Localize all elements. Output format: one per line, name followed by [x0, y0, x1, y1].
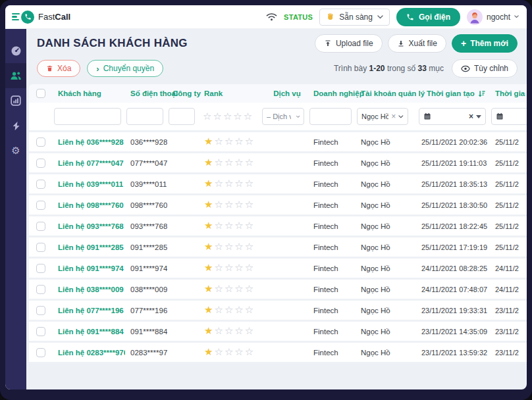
- sidebar-item-campaigns[interactable]: [5, 113, 26, 138]
- transfer-rights-button[interactable]: › Chuyển quyền: [87, 60, 163, 77]
- star-icon[interactable]: ★: [204, 179, 213, 189]
- call-button[interactable]: Gọi điện: [396, 8, 460, 26]
- star-icon[interactable]: ☆: [214, 158, 223, 168]
- upload-file-button[interactable]: Upload file: [315, 34, 383, 53]
- filter-customer-input[interactable]: [54, 108, 121, 125]
- column-header-updated[interactable]: Thời gia: [490, 89, 527, 97]
- customer-link[interactable]: Liên hệ 098****760: [53, 201, 125, 209]
- column-header-business[interactable]: Doanh nghiệp: [308, 89, 356, 97]
- star-icon[interactable]: ☆: [234, 242, 243, 252]
- customer-link[interactable]: Liên hệ 091****285: [53, 243, 125, 251]
- star-icon[interactable]: ☆: [234, 347, 243, 357]
- column-header-customer[interactable]: Khách hàng: [53, 89, 125, 97]
- column-header-phone[interactable]: Số điện thoại: [125, 89, 167, 97]
- filter-account-select[interactable]: Ngọc Hồ ×: [357, 108, 408, 125]
- star-icon[interactable]: ☆: [234, 158, 243, 168]
- star-icon[interactable]: ★: [204, 305, 213, 315]
- customer-link[interactable]: Liên hệ 091****884: [53, 328, 125, 336]
- clear-filter-icon[interactable]: ×: [391, 113, 396, 120]
- export-file-button[interactable]: Xuất file: [388, 34, 446, 53]
- star-icon[interactable]: ☆: [225, 326, 233, 336]
- star-icon[interactable]: ★: [204, 200, 213, 210]
- star-icon[interactable]: ☆: [214, 137, 223, 147]
- filter-created-date-picker[interactable]: ×: [419, 108, 486, 125]
- star-icon[interactable]: ★: [204, 347, 213, 357]
- star-icon[interactable]: ☆: [245, 284, 253, 294]
- row-checkbox[interactable]: [36, 264, 45, 273]
- star-icon[interactable]: ☆: [214, 242, 223, 252]
- star-icon[interactable]: ☆: [225, 137, 233, 147]
- row-checkbox[interactable]: [36, 285, 45, 294]
- star-icon[interactable]: ☆: [245, 158, 253, 168]
- filter-business-input[interactable]: [309, 108, 352, 125]
- star-icon[interactable]: ☆: [234, 200, 243, 210]
- star-icon[interactable]: ☆: [214, 179, 223, 189]
- column-header-rank[interactable]: Rank: [199, 89, 261, 97]
- star-icon[interactable]: ☆: [214, 263, 223, 273]
- customer-link[interactable]: Liên hệ 039****011: [53, 180, 125, 188]
- row-checkbox[interactable]: [36, 243, 45, 252]
- filter-phone-input[interactable]: [126, 108, 163, 125]
- column-header-company[interactable]: Công ty: [167, 89, 199, 97]
- star-icon[interactable]: ☆: [225, 179, 233, 189]
- star-icon[interactable]: ☆: [244, 112, 252, 122]
- column-header-created[interactable]: Thời gian tạo: [412, 89, 490, 97]
- row-checkbox[interactable]: [36, 327, 45, 336]
- sidebar-item-customers[interactable]: [5, 63, 26, 88]
- customer-link[interactable]: Liên hệ 091****974: [53, 264, 125, 272]
- star-icon[interactable]: ★: [204, 137, 213, 147]
- customer-link[interactable]: Liên hệ 077****047: [53, 159, 125, 167]
- star-icon[interactable]: ☆: [234, 284, 243, 294]
- row-checkbox[interactable]: [36, 201, 45, 210]
- select-all-checkbox[interactable]: [36, 89, 45, 98]
- star-icon[interactable]: ★: [204, 221, 213, 231]
- customize-button[interactable]: Tùy chỉnh: [452, 59, 518, 78]
- star-icon[interactable]: ☆: [214, 200, 223, 210]
- star-icon[interactable]: ☆: [223, 112, 232, 122]
- customer-link[interactable]: Liên hệ 0283****976: [53, 349, 125, 357]
- row-checkbox[interactable]: [36, 348, 45, 357]
- star-icon[interactable]: ☆: [245, 305, 253, 315]
- star-icon[interactable]: ☆: [213, 112, 221, 122]
- column-header-account[interactable]: Tài khoản quản lý: [356, 89, 412, 97]
- star-icon[interactable]: ☆: [233, 112, 242, 122]
- star-icon[interactable]: ☆: [203, 112, 211, 122]
- star-icon[interactable]: ★: [204, 158, 213, 168]
- star-icon[interactable]: ☆: [225, 347, 233, 357]
- star-icon[interactable]: ★: [204, 326, 213, 336]
- clear-date-icon[interactable]: ×: [469, 113, 473, 120]
- star-icon[interactable]: ☆: [245, 221, 253, 231]
- star-icon[interactable]: ☆: [234, 137, 243, 147]
- star-icon[interactable]: ★: [204, 242, 213, 252]
- sidebar-item-reports[interactable]: [5, 88, 26, 113]
- star-icon[interactable]: ★: [204, 263, 213, 273]
- star-icon[interactable]: ☆: [245, 326, 253, 336]
- add-new-button[interactable]: + Thêm mới: [452, 34, 518, 53]
- star-icon[interactable]: ☆: [225, 158, 233, 168]
- star-icon[interactable]: ☆: [225, 263, 233, 273]
- star-icon[interactable]: ☆: [225, 200, 233, 210]
- star-icon[interactable]: ☆: [214, 305, 223, 315]
- star-icon[interactable]: ☆: [245, 200, 253, 210]
- star-icon[interactable]: ☆: [214, 221, 223, 231]
- row-checkbox[interactable]: [36, 180, 45, 189]
- customer-link[interactable]: Liên hệ 036****928: [53, 138, 125, 146]
- customer-link[interactable]: Liên hệ 077****196: [53, 307, 125, 314]
- availability-select[interactable]: Sẵn sàng: [319, 9, 390, 26]
- star-icon[interactable]: ☆: [245, 263, 253, 273]
- star-icon[interactable]: ☆: [234, 305, 243, 315]
- customer-link[interactable]: Liên hệ 038****009: [53, 286, 125, 293]
- row-checkbox[interactable]: [36, 306, 45, 315]
- user-menu[interactable]: ngocht: [467, 9, 519, 25]
- star-icon[interactable]: ☆: [245, 242, 253, 252]
- star-icon[interactable]: ☆: [214, 284, 223, 294]
- star-icon[interactable]: ☆: [234, 221, 243, 231]
- filter-service-select[interactable]: – Dịch vụ –: [262, 108, 304, 125]
- brand-logo[interactable]: FastCall: [12, 11, 70, 24]
- star-icon[interactable]: ☆: [245, 137, 253, 147]
- column-header-service[interactable]: Dịch vụ: [261, 89, 308, 97]
- star-icon[interactable]: ☆: [245, 179, 253, 189]
- star-icon[interactable]: ★: [204, 284, 213, 294]
- star-icon[interactable]: ☆: [234, 263, 243, 273]
- star-icon[interactable]: ☆: [225, 284, 233, 294]
